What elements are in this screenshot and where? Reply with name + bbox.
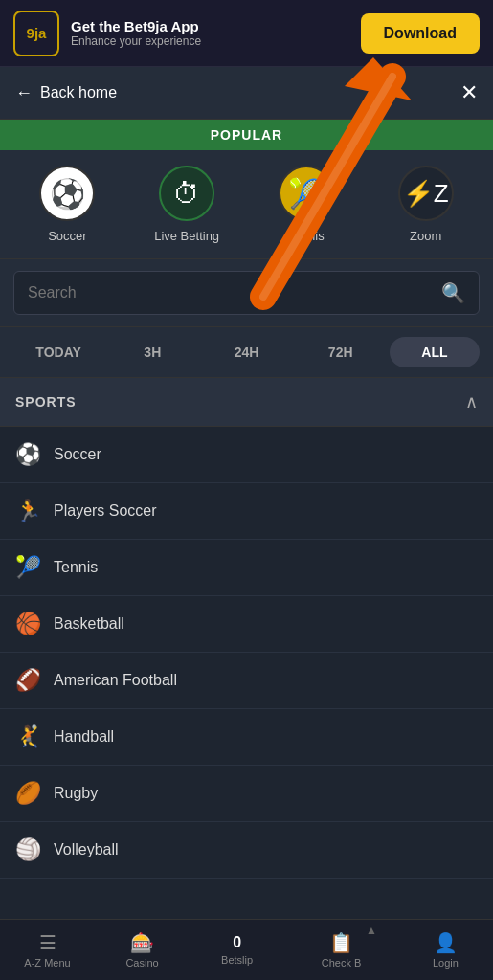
- live-betting-label: Live Betting: [154, 229, 219, 243]
- sport-list-item-handball[interactable]: 🤾 Handball: [0, 709, 493, 766]
- search-input[interactable]: [28, 284, 441, 301]
- rugby-list-icon: 🏉: [15, 781, 40, 806]
- players-soccer-list-label: Players Soccer: [54, 502, 157, 520]
- bet9ja-logo: 9ja: [13, 11, 59, 56]
- time-filters: TODAY 3H 24H 72H ALL: [0, 327, 493, 378]
- zoom-label: Zoom: [410, 229, 441, 243]
- zoom-icon: ⚡Z: [398, 166, 454, 221]
- banner-subtitle: Enhance your experience: [71, 34, 201, 48]
- sport-list-item-soccer[interactable]: ⚽ Soccer: [0, 427, 493, 483]
- download-button[interactable]: Download: [361, 13, 480, 54]
- search-bar[interactable]: 🔍: [13, 271, 480, 315]
- az-menu-icon: ☰: [39, 931, 56, 954]
- filter-72h[interactable]: 72H: [296, 337, 386, 368]
- soccer-list-label: Soccer: [54, 446, 101, 463]
- volleyball-list-label: Volleyball: [54, 841, 119, 858]
- sports-section-label: SPORTS: [15, 394, 77, 410]
- login-label: Login: [433, 957, 459, 969]
- sport-list-item-american-football[interactable]: 🏈 American Football: [0, 653, 493, 709]
- bottom-nav-az-menu[interactable]: ☰ A-Z Menu: [0, 920, 95, 980]
- sport-list-item-players-soccer[interactable]: 🏃 Players Soccer: [0, 483, 493, 540]
- live-betting-icon: ⏱: [159, 166, 214, 221]
- back-arrow-icon: ←: [15, 83, 33, 103]
- betslip-label: Betslip: [221, 954, 253, 966]
- banner-title: Get the Bet9ja App: [71, 18, 201, 34]
- search-icon[interactable]: 🔍: [441, 281, 465, 304]
- casino-icon: 🎰: [130, 931, 154, 954]
- banner-left: 9ja Get the Bet9ja App Enhance your expe…: [13, 11, 201, 56]
- soccer-list-icon: ⚽: [15, 442, 40, 467]
- american-football-list-label: American Football: [54, 672, 177, 689]
- checkb-icon: 📋: [329, 931, 353, 954]
- checkb-label: Check B: [322, 957, 362, 969]
- popular-item-soccer[interactable]: ⚽ Soccer: [29, 166, 105, 243]
- nav-bar: ← Back home ✕: [0, 67, 493, 120]
- rugby-list-label: Rugby: [54, 785, 98, 802]
- popular-icons-section: ⚽ Soccer ⏱ Live Betting 🎾 Tennis ⚡Z Zoom: [0, 150, 493, 259]
- players-soccer-list-icon: 🏃: [15, 499, 40, 523]
- filter-all[interactable]: ALL: [390, 337, 480, 368]
- handball-list-label: Handball: [54, 728, 114, 746]
- tennis-list-icon: 🎾: [15, 555, 40, 580]
- bottom-nav-login[interactable]: 👤 Login: [398, 920, 493, 980]
- login-icon: 👤: [434, 931, 458, 954]
- soccer-icon: ⚽: [39, 166, 95, 221]
- basketball-list-icon: 🏀: [15, 612, 40, 636]
- close-button[interactable]: ✕: [460, 80, 478, 105]
- tennis-icon: 🎾: [279, 166, 334, 221]
- az-menu-label: A-Z Menu: [24, 957, 70, 969]
- casino-label: Casino: [125, 957, 158, 969]
- sport-list-item-tennis[interactable]: 🎾 Tennis: [0, 540, 493, 596]
- chevron-up-icon: ∧: [465, 391, 478, 412]
- filter-today[interactable]: TODAY: [13, 337, 103, 368]
- handball-list-icon: 🤾: [15, 724, 40, 749]
- top-banner: 9ja Get the Bet9ja App Enhance your expe…: [0, 0, 493, 67]
- soccer-label: Soccer: [48, 229, 86, 243]
- filter-24h[interactable]: 24H: [201, 337, 291, 368]
- american-football-list-icon: 🏈: [15, 668, 40, 693]
- checkb-chevron-icon: ▲: [366, 924, 377, 937]
- bottom-nav-betslip[interactable]: 0 Betslip: [190, 920, 284, 980]
- back-home-link[interactable]: ← Back home: [15, 83, 117, 103]
- sports-section-header[interactable]: SPORTS ∧: [0, 378, 493, 427]
- sport-list-item-rugby[interactable]: 🏉 Rugby: [0, 766, 493, 822]
- back-home-label: Back home: [40, 84, 117, 101]
- popular-item-zoom[interactable]: ⚡Z Zoom: [388, 166, 464, 243]
- bottom-nav-casino[interactable]: 🎰 Casino: [95, 920, 190, 980]
- tennis-list-label: Tennis: [54, 559, 98, 576]
- bottom-nav-checkb[interactable]: ▲ 📋 Check B: [284, 920, 398, 980]
- sports-list: ⚽ Soccer 🏃 Players Soccer 🎾 Tennis 🏀 Bas…: [0, 427, 493, 879]
- popular-item-live-betting[interactable]: ⏱ Live Betting: [148, 166, 225, 243]
- tennis-label: Tennis: [288, 229, 325, 243]
- sport-list-item-volleyball[interactable]: 🏐 Volleyball: [0, 822, 493, 879]
- search-section: 🔍: [0, 259, 493, 327]
- filter-3h[interactable]: 3H: [107, 337, 197, 368]
- betslip-count: 0: [233, 934, 241, 951]
- popular-header: POPULAR: [0, 120, 493, 150]
- basketball-list-label: Basketball: [54, 615, 124, 633]
- bottom-nav: ☰ A-Z Menu 🎰 Casino 0 Betslip ▲ 📋 Check …: [0, 919, 493, 980]
- sport-list-item-basketball[interactable]: 🏀 Basketball: [0, 596, 493, 653]
- volleyball-list-icon: 🏐: [15, 837, 40, 862]
- popular-item-tennis[interactable]: 🎾 Tennis: [268, 166, 345, 243]
- banner-text: Get the Bet9ja App Enhance your experien…: [71, 18, 201, 48]
